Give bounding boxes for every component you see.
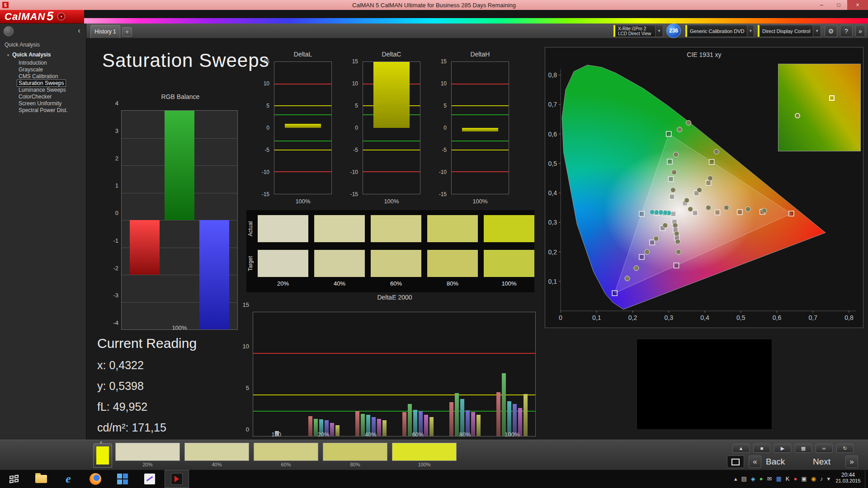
taskbar: e ▴▤◈●✉▦K●▣◉♪▾ 20:44 21.03.2015 [0,470,868,488]
deltal-chart: DeltaL151050-5-10-15100% [259,51,347,206]
plot-area [363,61,420,194]
y-tick-label: 0 [246,426,249,433]
saturation-swatch-40[interactable]: 40% [184,443,249,467]
y-tick-label: -4 [113,319,118,326]
y-tick-label: 4 [115,100,118,107]
saturation-swatch-20[interactable]: 20% [115,443,180,467]
next-chevron-button[interactable]: » [845,455,858,468]
tray-icon-5[interactable]: ▦ [776,470,782,488]
source-dropdown[interactable]: Generic Calibration DVD ▼ [685,25,754,37]
ref-line [274,150,331,150]
maximize-button[interactable]: □ [830,0,847,10]
svg-text:0,5: 0,5 [548,160,557,167]
titlebar: 5 CalMAN 5 CalMAN Ultimate for Business … [0,0,868,10]
stop-button[interactable]: ■ [753,444,770,453]
actual-swatch-60 [371,215,421,242]
sidebar-item-spectral-power-dist[interactable]: Spectral Power Dist. [0,107,86,114]
refresh-button[interactable]: ↻ [836,444,854,453]
collapse-toolbar-button[interactable]: » [855,25,865,37]
taskbar-clock[interactable]: 20:44 21.03.2015 [832,472,864,483]
close-button[interactable]: × [847,0,868,10]
tray-icon-9[interactable]: ◉ [811,470,816,488]
active-pattern-tab[interactable] [93,443,112,468]
measurement-count-badge[interactable]: 236 [666,23,681,38]
sidebar-item-screen-uniformity[interactable]: Screen Uniformity [0,100,86,107]
chart-title: DeltaC [363,51,420,58]
rainbow-strip [84,18,868,23]
target-swatch-40 [314,250,365,277]
taskbar-notes-app[interactable] [137,470,162,488]
svg-text:0,5: 0,5 [736,314,745,321]
saturation-swatch-table: ActualTarget20%40%60%80%100% [246,210,534,292]
back-chevron-button[interactable]: « [749,455,761,468]
sidebar-item-colorchecker[interactable]: ColorChecker [0,94,86,100]
reading-x: x: 0,4322 [97,359,197,372]
taskbar-explorer[interactable] [29,470,53,488]
tray-icon-7[interactable]: ● [793,470,797,488]
saturation-swatch-60[interactable]: 60% [254,443,318,467]
meter-dropdown[interactable]: X-Rite i1Pro 2 LCD Direct View ▼ [613,25,663,37]
loop-button[interactable]: ∞ [816,444,833,453]
y-axis: 151050-5-10-15 [259,61,272,194]
display-pattern-button[interactable] [727,455,744,468]
minimize-button[interactable]: – [813,0,830,10]
play-button[interactable]: ▶ [774,444,791,453]
inset-target-square [829,95,835,101]
target-swatch-100 [484,250,534,277]
eject-button[interactable]: ▲ [732,444,750,453]
back-button[interactable]: Back [766,457,785,467]
add-tab-button[interactable]: + [122,27,132,37]
pattern-button[interactable]: ▦ [795,444,812,453]
tray-icon-2[interactable]: ◈ [751,470,755,488]
tray-icon-3[interactable]: ● [760,470,763,488]
settings-gear-icon[interactable]: ⚙ [825,25,837,37]
tray-icon-0[interactable]: ▴ [734,470,737,488]
next-button[interactable]: Next [813,457,830,467]
sidebar-item-grayscale[interactable]: Grayscale [0,66,86,73]
delta-bar [373,62,410,128]
tab-history-1[interactable]: History 1 [90,25,120,38]
sidebar-item-saturation-sweeps[interactable]: Saturation Sweeps [0,80,86,87]
x-tick-label: 60% [394,431,441,438]
tray-icon-8[interactable]: ▣ [801,470,807,488]
bar [524,394,528,436]
tray-icon-6[interactable]: K [786,470,790,488]
sidebar-item-introduction[interactable]: Introduction [0,60,86,66]
system-tray: ▴▤◈●✉▦K●▣◉♪▾ [734,470,830,488]
current-reading: Current Reading x: 0,4322 y: 0,5398 fL: … [97,336,197,434]
chart-title: DeltaE 2000 [253,294,537,301]
x-axis-label: 100% [363,198,420,205]
display-control-dropdown[interactable]: Direct Display Control ▼ [758,25,821,37]
svg-text:0: 0 [559,314,562,321]
tray-icon-1[interactable]: ▤ [741,470,746,488]
window-title: CalMAN 5 CalMAN Ultimate for Business 28… [0,2,868,9]
calman-icon [171,473,183,485]
tray-icon-4[interactable]: ✉ [767,470,772,488]
taskbar-internet-explorer[interactable]: e [56,470,80,488]
sidebar-collapse-icon[interactable]: ‹ [75,26,83,36]
delta-e-chart: DeltaE 2000 151050 10020%40%60%80%100% [238,294,537,441]
saturation-swatch-100[interactable]: 100% [392,443,457,467]
help-button[interactable]: ? [840,25,853,37]
ref-line [452,150,509,150]
tray-icon-10[interactable]: ♪ [820,470,823,488]
taskbar-tiles-app[interactable] [110,470,135,488]
taskbar-firefox[interactable] [83,470,108,488]
tray-icon-11[interactable]: ▾ [827,470,830,488]
taskbar-start[interactable] [2,470,26,488]
sidebar-panel-title: Quick Analysis [5,42,40,48]
ref-line [452,84,509,84]
calman-logo[interactable]: CalMAN 5 ▾ [0,10,84,23]
sidebar-item-luminance-sweeps[interactable]: Luminance Sweeps [0,87,86,94]
sidebar-home-button[interactable] [4,26,14,36]
saturation-swatch-80[interactable]: 80% [323,443,387,467]
sidebar-item-cms-calibration[interactable]: CMS Calibration [0,73,86,80]
logo-menu-caret-icon[interactable]: ▾ [57,13,65,20]
taskbar-calman[interactable] [165,470,189,488]
svg-text:0,4: 0,4 [700,314,709,321]
sidebar-root-item[interactable]: ▼Quick Analysis [6,52,51,58]
show-desktop-button[interactable] [865,470,868,488]
svg-text:0,4: 0,4 [548,189,557,197]
reading-fl: fL: 49,952 [97,400,197,413]
row-label: Actual [247,215,255,242]
